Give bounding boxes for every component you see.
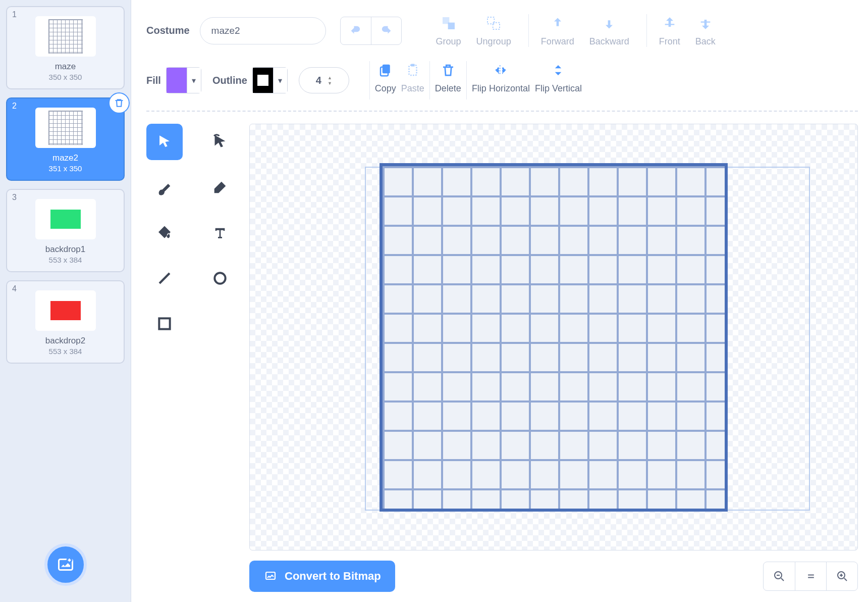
costume-dimensions: 553 x 384 xyxy=(12,347,119,356)
second-toolbar: Fill ▾ Outline ▾ 4▲▼ Copy Paste Delete F… xyxy=(146,61,858,111)
backward-icon xyxy=(600,14,618,32)
svg-rect-8 xyxy=(409,65,416,75)
costume-thumbnail xyxy=(35,199,96,239)
tile-number: 3 xyxy=(12,193,17,202)
group-label: Group xyxy=(436,36,461,47)
divider xyxy=(466,61,467,99)
group-button[interactable]: Group xyxy=(436,14,461,47)
spinner-icon: ▲▼ xyxy=(328,75,332,86)
zoom-out-button[interactable] xyxy=(764,562,795,590)
costume-dimensions: 350 x 350 xyxy=(12,73,119,81)
costume-name-label: backdrop1 xyxy=(12,244,119,255)
paste-label: Paste xyxy=(401,83,424,94)
fill-tool[interactable] xyxy=(146,215,183,251)
back-icon xyxy=(696,14,715,32)
outline-label: Outline xyxy=(212,75,247,86)
fill-swatch[interactable]: ▾ xyxy=(166,67,201,93)
costume-label: Costume xyxy=(146,25,190,36)
costume-thumbnail xyxy=(35,16,96,57)
redo-button[interactable] xyxy=(371,17,401,44)
forward-label: Forward xyxy=(541,36,574,47)
copy-icon xyxy=(376,61,395,79)
svg-point-10 xyxy=(214,273,225,283)
costume-name-label: backdrop2 xyxy=(12,336,119,346)
delete-label: Delete xyxy=(435,83,461,94)
svg-rect-9 xyxy=(411,64,415,67)
back-button[interactable]: Back xyxy=(695,14,716,47)
costume-thumbnail xyxy=(35,290,96,331)
reshape-tool[interactable] xyxy=(202,124,238,160)
copy-label: Copy xyxy=(375,83,396,94)
svg-rect-3 xyxy=(448,23,454,29)
forward-button[interactable]: Forward xyxy=(541,14,574,47)
undo-button[interactable] xyxy=(341,17,371,44)
ungroup-button[interactable]: Ungroup xyxy=(476,14,511,47)
add-costume-button[interactable] xyxy=(44,543,87,586)
fill-color-preview xyxy=(167,68,187,93)
zoom-controls xyxy=(763,562,858,591)
group-icon xyxy=(440,14,458,32)
paste-icon xyxy=(404,61,422,79)
eraser-tool[interactable] xyxy=(202,169,238,206)
flip-horizontal-icon xyxy=(492,61,510,79)
outline-color-preview xyxy=(253,68,273,93)
rectangle-tool[interactable] xyxy=(146,306,183,342)
top-actions: Group Ungroup Forward Backward Front Bac… xyxy=(424,14,728,47)
costume-tile-2[interactable]: 2 maze2 351 x 350 xyxy=(6,97,125,181)
delete-costume-button[interactable] xyxy=(108,92,130,114)
front-label: Front xyxy=(659,36,680,47)
bottom-bar: Convert to Bitmap xyxy=(249,561,858,592)
text-tool[interactable] xyxy=(202,215,238,251)
flip-horizontal-button[interactable]: Flip Horizontal xyxy=(472,61,530,99)
tool-palette xyxy=(146,124,238,592)
costume-tile-1[interactable]: 1 maze 350 x 350 xyxy=(6,6,125,89)
costume-sidebar: 1 maze 350 x 350 2 maze2 351 x 350 3 bac… xyxy=(0,0,131,602)
select-tool[interactable] xyxy=(146,124,183,160)
costume-thumbnail xyxy=(35,108,96,148)
costume-name-label: maze xyxy=(12,62,119,72)
tile-number: 2 xyxy=(12,102,17,111)
front-button[interactable]: Front xyxy=(659,14,680,47)
tile-number: 4 xyxy=(12,284,17,293)
flip-horizontal-label: Flip Horizontal xyxy=(472,83,530,94)
circle-tool[interactable] xyxy=(202,260,238,296)
costume-dimensions: 351 x 350 xyxy=(12,164,119,173)
costume-name-input[interactable] xyxy=(200,17,326,44)
divider xyxy=(146,111,858,112)
top-toolbar: Costume Group Ungroup Forward Backward F… xyxy=(146,0,858,47)
paste-button[interactable]: Paste xyxy=(401,61,424,99)
costume-tile-4[interactable]: 4 backdrop2 553 x 384 xyxy=(6,280,125,364)
fill-label: Fill xyxy=(146,75,161,86)
zoom-in-button[interactable] xyxy=(826,562,857,590)
backward-label: Backward xyxy=(589,36,629,47)
brush-tool[interactable] xyxy=(146,169,183,206)
divider xyxy=(369,61,370,99)
line-tool[interactable] xyxy=(146,260,183,296)
costume-dimensions: 553 x 384 xyxy=(12,256,119,264)
costume-list: 1 maze 350 x 350 2 maze2 351 x 350 3 bac… xyxy=(6,6,125,364)
canvas-artwork xyxy=(379,163,728,512)
backward-button[interactable]: Backward xyxy=(589,14,629,47)
flip-vertical-button[interactable]: Flip Vertical xyxy=(535,61,582,99)
trash-icon xyxy=(439,61,457,79)
svg-rect-11 xyxy=(159,318,170,329)
outline-width-input[interactable]: 4▲▼ xyxy=(299,67,349,93)
svg-rect-6 xyxy=(383,65,390,74)
svg-rect-12 xyxy=(266,572,275,579)
copy-button[interactable]: Copy xyxy=(375,61,396,99)
convert-label: Convert to Bitmap xyxy=(285,570,381,583)
ungroup-label: Ungroup xyxy=(476,36,511,47)
outline-swatch[interactable]: ▾ xyxy=(252,67,288,93)
convert-to-bitmap-button[interactable]: Convert to Bitmap xyxy=(249,561,395,592)
flip-vertical-label: Flip Vertical xyxy=(535,83,582,94)
front-icon xyxy=(661,14,679,32)
divider xyxy=(429,61,430,99)
delete-button[interactable]: Delete xyxy=(435,61,461,99)
chevron-down-icon: ▾ xyxy=(187,68,201,93)
costume-tile-3[interactable]: 3 backdrop1 553 x 384 xyxy=(6,189,125,272)
forward-icon xyxy=(549,14,567,32)
outline-width-value: 4 xyxy=(316,75,321,86)
paint-editor: Costume Group Ungroup Forward Backward F… xyxy=(131,0,868,602)
paint-canvas[interactable] xyxy=(249,124,858,550)
zoom-reset-button[interactable] xyxy=(795,562,826,590)
